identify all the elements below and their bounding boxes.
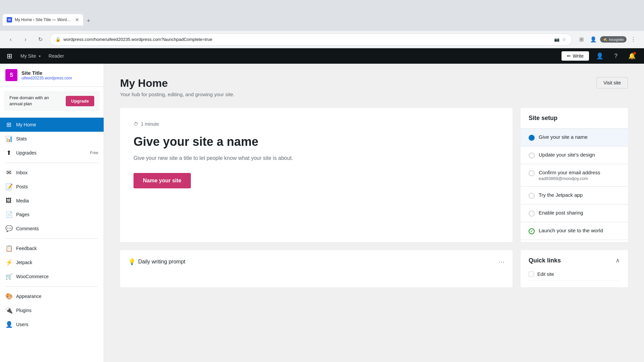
sidebar-item-feedback[interactable]: 📋 Feedback [0, 241, 104, 255]
quick-links-title: Quick links [529, 257, 561, 264]
profile-icon[interactable]: 👤 [588, 34, 599, 45]
address-bar-icons: 📷 ☆ [554, 37, 566, 42]
sidebar-label-upgrades: Upgrades [16, 150, 86, 156]
jetpack-icon: ⚡ [5, 259, 12, 266]
name-site-button[interactable]: Name your site [133, 173, 191, 188]
quick-links-toggle[interactable]: ∧ [615, 257, 620, 264]
card-menu-button[interactable]: ⋯ [498, 258, 504, 265]
daily-prompt-card: 💡 Daily writing prompt ⋯ [120, 250, 513, 287]
page-title-block: My Home Your hub for posting, editing, a… [120, 77, 234, 97]
setup-layout: ⏱ 1 minute Give your site a name Give yo… [120, 108, 628, 242]
wp-logo[interactable]: ⊞ [7, 52, 12, 60]
new-tab-button[interactable]: + [84, 16, 93, 25]
sidebar-label-appearance: Appearance [16, 294, 98, 299]
setup-item-jetpack-app[interactable]: Try the Jetpack app [521, 187, 628, 204]
upgrades-icon: ⬆ [5, 149, 12, 157]
sidebar-label-my-home: My Home [16, 122, 97, 127]
quick-link-edit-site[interactable]: Edit site [529, 268, 620, 281]
lightbulb-icon: 💡 [128, 258, 136, 265]
setup-item-launch-site[interactable]: ✓ Launch your site to the world [521, 222, 628, 240]
notifications-icon[interactable]: 🔔 [627, 51, 637, 61]
tab-close-button[interactable]: ✕ [75, 17, 79, 22]
setup-item-label-post-sharing: Enable post sharing [539, 210, 620, 216]
setup-item-label-update-design: Update your site's design [539, 152, 620, 158]
sidebar-label-inbox: Inbox [16, 170, 98, 175]
sidebar-item-posts[interactable]: 📝 Posts [0, 180, 104, 194]
sidebar-site-info: S Site Title uifeed20235.wordpress.com [0, 64, 104, 87]
app: ⊞ My Site ▾ Reader ✏ Write 👤 ? 🔔 S Site … [0, 48, 644, 362]
edit-site-checkbox[interactable] [529, 272, 534, 277]
sidebar-item-plugins[interactable]: 🔌 Plugins [0, 303, 104, 317]
setup-item-confirm-email[interactable]: Confirm your email address ead93869@mood… [521, 164, 628, 187]
sidebar-item-jetpack[interactable]: ⚡ Jetpack [0, 255, 104, 269]
clock-icon: ⏱ [133, 121, 138, 127]
help-icon[interactable]: ? [610, 51, 621, 61]
address-bar[interactable]: 🔒 wordpress.com/home/uifeed20235.wordpre… [50, 34, 572, 46]
extensions-icon[interactable]: ⊞ [576, 34, 587, 45]
sidebar-label-woocommerce: WooCommerce [16, 274, 98, 279]
bottom-layout: 💡 Daily writing prompt ⋯ Quick links ∧ E… [120, 250, 628, 287]
reader-link[interactable]: Reader [49, 53, 64, 59]
sidebar-item-woocommerce[interactable]: 🛒 WooCommerce [0, 269, 104, 284]
setup-item-label-jetpack-app: Try the Jetpack app [539, 192, 620, 198]
site-details: Site Title uifeed20235.wordpress.com [21, 70, 98, 80]
sidebar-item-upgrades[interactable]: ⬆ Upgrades Free [0, 146, 104, 160]
setup-item-post-sharing[interactable]: Enable post sharing [521, 204, 628, 222]
main-layout: S Site Title uifeed20235.wordpress.com F… [0, 64, 644, 362]
my-home-icon: ⊞ [5, 121, 12, 128]
sidebar-label-pages: Pages [16, 212, 98, 217]
refresh-button[interactable]: ↻ [35, 34, 46, 45]
edit-site-label: Edit site [537, 272, 554, 277]
sidebar-label-feedback: Feedback [16, 246, 98, 251]
menu-icon[interactable]: ⋮ [628, 34, 639, 45]
sidebar-item-inbox[interactable]: ✉ Inbox [0, 166, 104, 180]
setup-item-label-give-name: Give your site a name [539, 134, 620, 140]
topbar-right: ✏ Write 👤 ? 🔔 [561, 51, 637, 61]
card-title-row: 💡 Daily writing prompt [128, 258, 185, 265]
site-dropdown-icon: ▾ [39, 54, 41, 58]
setup-item-update-design[interactable]: Update your site's design [521, 146, 628, 164]
my-site-link[interactable]: My Site ▾ [20, 53, 41, 59]
sidebar-item-pages[interactable]: 📄 Pages [0, 207, 104, 222]
sidebar-item-comments[interactable]: 💬 Comments [0, 222, 104, 236]
user-avatar-topbar[interactable]: 👤 [594, 51, 605, 61]
sidebar-label-stats: Stats [16, 136, 98, 141]
sidebar-item-media[interactable]: 🖼 Media [0, 194, 104, 207]
setup-item-text-launch-site: Launch your site to the world [539, 228, 620, 233]
forward-button[interactable]: › [20, 34, 31, 45]
wp-topbar: ⊞ My Site ▾ Reader ✏ Write 👤 ? 🔔 [0, 48, 644, 64]
sidebar-label-posts: Posts [16, 184, 98, 189]
setup-radio-post-sharing [529, 210, 535, 217]
active-tab[interactable]: W My Home ‹ Site Title — WordPress... ✕ [3, 14, 83, 25]
visit-site-button[interactable]: Visit site [596, 77, 628, 88]
sidebar-label-comments: Comments [16, 226, 98, 231]
bookmark-icon[interactable]: ☆ [562, 37, 566, 42]
sidebar-item-appearance[interactable]: 🎨 Appearance [0, 289, 104, 303]
sidebar-item-users[interactable]: 👤 Users [0, 317, 104, 331]
inbox-icon: ✉ [5, 169, 12, 176]
sidebar-item-stats[interactable]: 📊 Stats [0, 132, 104, 146]
upgrade-button[interactable]: Upgrade [66, 96, 94, 106]
sidebar: S Site Title uifeed20235.wordpress.com F… [0, 64, 104, 362]
comments-icon: 💬 [5, 225, 12, 232]
stats-icon: 📊 [5, 135, 12, 142]
incognito-badge: 🕵 Incognito [600, 36, 627, 43]
setup-item-give-name[interactable]: Give your site a name [521, 129, 628, 146]
setup-radio-confirm-email [529, 170, 535, 176]
daily-prompt-title: Daily writing prompt [138, 259, 185, 265]
appearance-icon: 🎨 [5, 293, 12, 300]
site-setup-sidebar: Site setup Give your site a name Update … [521, 108, 628, 242]
content-area: My Home Your hub for posting, editing, a… [104, 64, 644, 362]
setup-item-sub-confirm-email: ead93869@moodjoy.com [539, 176, 620, 181]
sidebar-item-my-home[interactable]: ⊞ My Home [0, 118, 104, 132]
back-button[interactable]: ‹ [5, 34, 16, 45]
toolbar-actions: ⊞ 👤 🕵 Incognito ⋮ [576, 34, 639, 45]
card-header: 💡 Daily writing prompt ⋯ [128, 258, 504, 265]
upgrade-banner: Free domain with an annual plan Upgrade [4, 91, 100, 111]
sidebar-label-media: Media [16, 198, 98, 203]
setup-radio-update-design [529, 153, 535, 159]
setup-item-text-confirm-email: Confirm your email address ead93869@mood… [539, 170, 620, 181]
write-button[interactable]: ✏ Write [561, 51, 589, 61]
sidebar-label-users: Users [16, 322, 98, 327]
setup-item-text-update-design: Update your site's design [539, 152, 620, 158]
